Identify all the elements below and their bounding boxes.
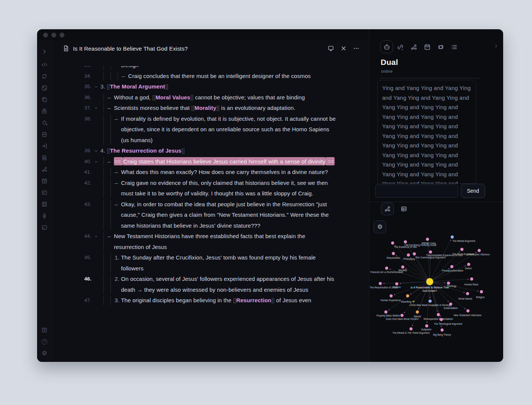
collapse-chevron-icon[interactable]	[91, 231, 100, 238]
graph-node[interactable]	[384, 310, 387, 314]
outline-row[interactable]: 44.–New Testament Historians have three …	[52, 231, 369, 252]
layout-panel-icon[interactable]	[41, 224, 48, 231]
outline-row[interactable]: 35.3.[[The Moral Argument]]	[52, 81, 369, 92]
outline-row[interactable]: 37.–Scientists moreso believe that [[Mor…	[52, 103, 369, 114]
panel-tab-robot robot-icon[interactable]	[380, 40, 393, 53]
page-link[interactable]: The Resurrection of Jesus	[110, 147, 182, 154]
page-link[interactable]: Morality	[194, 105, 216, 111]
graph-node[interactable]	[450, 265, 453, 268]
panel-tab-photo-cards photo-cards-icon[interactable]	[434, 40, 447, 53]
graph-branch-icon[interactable]	[41, 166, 48, 172]
assistant-status: online	[381, 69, 393, 74]
graph-node[interactable]	[437, 313, 440, 316]
outline-row[interactable]: 43.–Okay, in order to combat the idea th…	[52, 199, 369, 231]
video-card-icon[interactable]	[41, 189, 48, 196]
graph-node[interactable]	[466, 292, 469, 295]
more-icon[interactable]	[353, 45, 360, 52]
graph-node[interactable]	[449, 303, 452, 306]
collapse-chevron-icon[interactable]	[91, 146, 100, 153]
outline-row[interactable]: 41.–What does this mean exactly? How doe…	[52, 167, 369, 178]
collapse-chevron-icon[interactable]	[91, 156, 100, 164]
graph-node[interactable]	[379, 282, 382, 285]
graph-node[interactable]	[429, 300, 432, 303]
expand-sidebar-icon[interactable]	[41, 48, 48, 55]
graph-node[interactable]	[407, 254, 410, 256]
calendar-check-icon[interactable]	[41, 177, 48, 184]
graph-node[interactable]	[425, 324, 428, 327]
outline-row[interactable]: 33.–Design	[52, 66, 369, 71]
outline-row[interactable]: 47.3.The original disciples began believ…	[52, 295, 369, 306]
collapse-chevron-icon[interactable]	[91, 66, 100, 67]
mic-icon[interactable]	[41, 212, 48, 219]
panel-tab-link link-icon[interactable]	[394, 40, 406, 53]
outline-row[interactable]: 45.1.The Sunday after the Crucifixion, J…	[52, 252, 369, 274]
graph-tool-button graph-icon[interactable]	[381, 202, 394, 215]
collapse-panel-icon[interactable]	[493, 44, 499, 49]
graph-node[interactable]	[404, 240, 407, 243]
dice-icon[interactable]	[41, 84, 48, 91]
print-rows-icon[interactable]	[41, 108, 48, 114]
graph-node[interactable]	[470, 278, 473, 280]
graph-node[interactable]	[416, 310, 419, 314]
graph-settings-button[interactable]: ⚙	[374, 220, 386, 233]
dictionary-icon[interactable]	[41, 131, 48, 138]
graph-node[interactable]	[392, 252, 395, 255]
window-minimize-dot[interactable]	[51, 33, 56, 38]
outline-row[interactable]: 40.–== Craig states that Historians beli…	[52, 156, 369, 167]
graph-node[interactable]	[390, 294, 393, 297]
panel-tab-list-menu list-menu-icon[interactable]	[448, 40, 460, 53]
graph-node[interactable]	[447, 282, 450, 285]
outline-row[interactable]: 36.–Without a god, [[Moral Values]] cann…	[52, 92, 369, 103]
graph-node[interactable]	[460, 248, 463, 251]
code-icon[interactable]	[41, 61, 48, 68]
monitor-icon[interactable]	[327, 45, 334, 52]
sync-off-icon[interactable]	[41, 73, 48, 80]
send-button[interactable]: Send	[461, 184, 485, 198]
collapse-chevron-icon[interactable]	[91, 103, 100, 110]
graph-node[interactable]	[395, 282, 398, 285]
close-icon[interactable]	[340, 45, 347, 52]
outline-row[interactable]: 39.4.[[The Resurrection of Jesus]]	[52, 146, 369, 156]
knowledge-graph[interactable]: The Athiest ArgumentWilliam CraigOn God …	[369, 232, 503, 362]
gear-icon[interactable]: ⚙	[41, 350, 48, 357]
graph-node[interactable]	[429, 250, 432, 254]
window-zoom-dot[interactable]	[60, 33, 64, 38]
outline-row[interactable]: 46.2.On occasion, several of Jesus' foll…	[52, 274, 369, 295]
graph-node[interactable]	[391, 242, 394, 244]
collapse-chevron-icon[interactable]	[91, 81, 100, 88]
panel-tab-graph graph-icon[interactable]	[407, 40, 420, 53]
vault-user-icon[interactable]	[41, 327, 48, 333]
panel-tab-calendar calendar-icon[interactable]	[421, 40, 433, 53]
graph-node[interactable]	[406, 294, 409, 297]
outline-row[interactable]: 38.–If morality is defined by evolution,…	[52, 114, 369, 146]
dice-dots-icon[interactable]	[41, 201, 48, 207]
graph-node[interactable]	[426, 238, 429, 241]
graph-node[interactable]	[480, 290, 483, 293]
graph-node[interactable]	[401, 266, 404, 268]
graph-node[interactable]	[413, 252, 416, 255]
chat-input[interactable]	[375, 184, 458, 198]
graph-node[interactable]	[466, 309, 469, 312]
outline-row[interactable]: 42.–Craig gave no evidence of this, only…	[52, 178, 369, 199]
graph-node[interactable]	[385, 267, 388, 270]
graph-node[interactable]	[478, 249, 481, 252]
paint-gem-icon[interactable]	[41, 119, 48, 126]
graph-center-node[interactable]	[426, 278, 433, 285]
copy-cards-icon[interactable]	[41, 96, 48, 103]
import-icon[interactable]	[41, 142, 48, 149]
graph-node[interactable]	[441, 328, 444, 332]
table-grid-tool-button table-grid-icon[interactable]	[398, 202, 410, 215]
graph-node[interactable]	[409, 327, 412, 330]
help-icon[interactable]: ?	[41, 338, 48, 345]
chat-message-box[interactable]: Ying and Yang Ying and Yang Ying and Yan…	[377, 80, 476, 184]
graph-node[interactable]	[440, 318, 443, 321]
file-search-icon[interactable]	[41, 154, 48, 161]
window-close-dot[interactable]	[43, 33, 48, 38]
outline-row[interactable]: 34.–Craig concludes that there must be a…	[52, 71, 369, 82]
graph-node[interactable]	[467, 263, 470, 266]
page-link[interactable]: Moral Values	[155, 94, 190, 100]
page-link[interactable]: The Moral Argument	[110, 83, 165, 90]
graph-node[interactable]	[400, 314, 403, 317]
graph-node[interactable]	[451, 236, 454, 238]
page-link[interactable]: Resurrection	[236, 297, 272, 303]
